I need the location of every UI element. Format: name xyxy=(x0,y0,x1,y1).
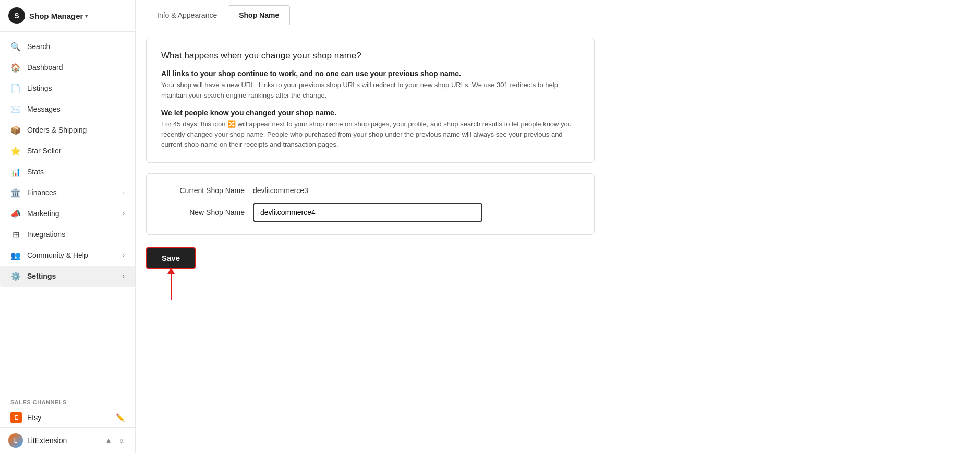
info-section2-bold: We let people know you changed your shop… xyxy=(161,109,579,117)
messages-icon: ✉️ xyxy=(10,104,21,114)
shop-manager-title: Shop Manager ▾ xyxy=(29,11,88,20)
tabs-bar: Info & Appearance Shop Name xyxy=(136,0,980,25)
marketing-icon: 📣 xyxy=(10,208,21,219)
orders-icon: 📦 xyxy=(10,125,21,135)
sidebar-item-label: Settings xyxy=(27,272,116,280)
listings-icon: 📄 xyxy=(10,83,21,93)
sidebar-item-settings[interactable]: ⚙️ Settings › xyxy=(0,266,135,287)
chevron-right-icon: › xyxy=(123,272,125,280)
collapse-icon[interactable]: « xyxy=(116,435,127,446)
sidebar-item-orders-shipping[interactable]: 📦 Orders & Shipping xyxy=(0,120,135,140)
new-shop-name-input[interactable] xyxy=(253,203,482,222)
settings-icon: ⚙️ xyxy=(10,271,21,281)
sidebar-item-label: Stats xyxy=(27,168,125,176)
integrations-icon: ⊞ xyxy=(10,229,21,240)
chevron-right-icon: › xyxy=(123,189,125,196)
up-icon: ▲ xyxy=(105,436,112,445)
sales-channels-header: SALES CHANNELS xyxy=(0,395,135,408)
info-section2-text: For 45 days, this icon 🔀 will appear nex… xyxy=(161,119,579,150)
current-shop-name-label: Current Shop Name xyxy=(161,186,245,195)
sidebar-item-messages[interactable]: ✉️ Messages xyxy=(0,99,135,120)
stats-icon: 📊 xyxy=(10,166,21,177)
sidebar-item-finances[interactable]: 🏛️ Finances › xyxy=(0,182,135,203)
litextension-bar: L LitExtension ▲ « xyxy=(0,427,135,453)
new-shop-name-label: New Shop Name xyxy=(161,208,245,217)
arrow-head xyxy=(167,268,175,274)
current-shop-name-value: devlitcommerce3 xyxy=(253,186,308,195)
sidebar-item-label: Integrations xyxy=(27,230,125,239)
finances-icon: 🏛️ xyxy=(10,187,21,198)
info-section1-bold: All links to your shop continue to work,… xyxy=(161,69,579,78)
info-box: What happens when you change your shop n… xyxy=(146,38,595,163)
current-shop-name-row: Current Shop Name devlitcommerce3 xyxy=(161,186,579,195)
sidebar-item-label: Finances xyxy=(27,188,116,197)
annotation-arrow xyxy=(171,269,172,300)
main-content: Info & Appearance Shop Name What happens… xyxy=(136,0,980,453)
sidebar-item-etsy[interactable]: E Etsy ✏️ xyxy=(0,408,135,427)
etsy-badge: E xyxy=(10,412,22,423)
sidebar-item-label: Listings xyxy=(27,84,125,92)
form-box: Current Shop Name devlitcommerce3 New Sh… xyxy=(146,173,595,235)
sidebar: S Shop Manager ▾ 🔍 Search 🏠 Dashboard 📄 … xyxy=(0,0,136,453)
nav-list: 🔍 Search 🏠 Dashboard 📄 Listings ✉️ Messa… xyxy=(0,32,135,395)
sidebar-item-integrations[interactable]: ⊞ Integrations xyxy=(0,224,135,245)
shop-manager-logo: S xyxy=(8,7,25,24)
sidebar-item-label: Orders & Shipping xyxy=(27,126,125,134)
save-button[interactable]: Save xyxy=(146,247,196,269)
sidebar-item-marketing[interactable]: 📣 Marketing › xyxy=(0,203,135,224)
sidebar-item-label: Star Seller xyxy=(27,147,125,155)
chevron-right-icon: › xyxy=(123,210,125,217)
sidebar-item-listings[interactable]: 📄 Listings xyxy=(0,78,135,99)
etsy-label: Etsy xyxy=(27,413,111,422)
sidebar-item-star-seller[interactable]: ⭐ Star Seller xyxy=(0,140,135,161)
sidebar-item-label: Dashboard xyxy=(27,63,125,71)
litextension-logo: L xyxy=(8,433,23,448)
shop-manager-chevron: ▾ xyxy=(85,13,88,19)
content-area: What happens when you change your shop n… xyxy=(136,25,605,281)
sidebar-item-dashboard[interactable]: 🏠 Dashboard xyxy=(0,57,135,78)
sidebar-item-community-help[interactable]: 👥 Community & Help › xyxy=(0,245,135,266)
info-section1-text: Your shop will have a new URL. Links to … xyxy=(161,80,579,100)
sidebar-item-label: Community & Help xyxy=(27,251,116,259)
chevron-right-icon: › xyxy=(123,252,125,259)
save-button-wrapper: Save xyxy=(146,247,196,269)
new-shop-name-row: New Shop Name xyxy=(161,203,579,222)
sidebar-item-label: Search xyxy=(27,42,125,51)
shop-manager-label: Shop Manager xyxy=(29,11,83,20)
star-seller-icon: ⭐ xyxy=(10,146,21,156)
sidebar-item-label: Marketing xyxy=(27,209,116,218)
search-icon: 🔍 xyxy=(10,41,21,52)
edit-icon[interactable]: ✏️ xyxy=(116,413,125,422)
sidebar-header[interactable]: S Shop Manager ▾ xyxy=(0,0,135,32)
home-icon: 🏠 xyxy=(10,62,21,73)
info-box-title: What happens when you change your shop n… xyxy=(161,51,579,61)
sidebar-item-label: Messages xyxy=(27,105,125,113)
sidebar-item-stats[interactable]: 📊 Stats xyxy=(0,161,135,182)
sidebar-item-search[interactable]: 🔍 Search xyxy=(0,36,135,57)
tab-shop-name[interactable]: Shop Name xyxy=(228,5,290,25)
community-icon: 👥 xyxy=(10,250,21,260)
litextension-label: LitExtension xyxy=(27,436,101,445)
tab-info-appearance[interactable]: Info & Appearance xyxy=(146,5,228,25)
